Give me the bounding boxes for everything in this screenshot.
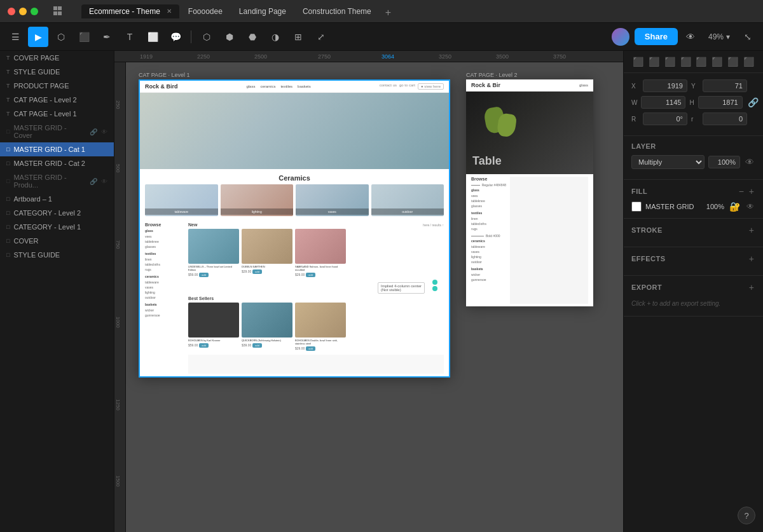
comment-tool[interactable]: 💬 [165, 27, 186, 47]
scale-icon[interactable]: ⤢ [311, 27, 331, 47]
artboard-cat1[interactable]: Rock & Bird glass ceramics textiles bask… [139, 79, 450, 378]
shape-tool[interactable]: ⬛ [74, 27, 94, 47]
assets-icon[interactable]: ⬢ [219, 27, 240, 47]
fullscreen-window-btn[interactable] [31, 8, 38, 15]
align-left-btn[interactable]: ⬛ [631, 55, 645, 69]
minimize-window-btn[interactable] [19, 8, 27, 15]
product-lindenells[interactable]: LINDENELLS – Three bowl set Limited Edit… [188, 229, 239, 277]
export-plus-btn[interactable]: + [748, 282, 755, 292]
product-boholmen-double[interactable]: BOHOLMEN Double- bowl Inner sink, stainl… [295, 303, 346, 351]
share-button[interactable]: Share [635, 28, 678, 45]
frame-tool[interactable]: ⬡ [51, 27, 71, 47]
align-top-btn[interactable]: ⬛ [678, 55, 692, 69]
grid-item-tableware[interactable]: tableware [145, 184, 218, 215]
product-boholmen[interactable]: BOHOLMEN by Karl Kramer $59.00 add [188, 303, 239, 351]
text-tool[interactable]: T [120, 27, 140, 47]
close-window-btn[interactable] [8, 8, 15, 15]
fill-minus-btn[interactable]: − [738, 186, 745, 196]
distribute-v-btn[interactable]: ⬛ [741, 55, 755, 69]
blend-mode-select[interactable]: Multiply Normal Screen Overlay [631, 155, 705, 169]
lock-icon: 🔗 [90, 178, 97, 185]
grid-item-lighting[interactable]: lighting [221, 184, 294, 215]
product-dobeln[interactable]: DÖBELN EARTHEN $29.00 add [242, 229, 292, 277]
align-center-h-btn[interactable]: ⬛ [647, 55, 661, 69]
layer-style-guide[interactable]: T STYLE GUIDE [0, 65, 114, 79]
view-btn[interactable]: ● view here [418, 83, 444, 90]
canvas-area[interactable]: 1919 2250 2500 2750 3064 3250 3500 3750 … [114, 51, 623, 532]
align-center-v-btn[interactable]: ⬛ [694, 55, 708, 69]
grid-item-vases[interactable]: vases [296, 184, 369, 215]
layout-icon[interactable]: ⊞ [288, 27, 308, 47]
image-tool[interactable]: ⬜ [142, 27, 163, 47]
layer-master-grid-produ[interactable]: □ MASTER GRID - Produ... 🔗 👁 [0, 170, 114, 192]
layer-style-guide2[interactable]: □ STYLE GUIDE [0, 248, 114, 262]
r2-input[interactable] [703, 113, 747, 125]
effects-plus-btn[interactable]: + [748, 254, 755, 264]
layer-master-grid-cover[interactable]: □ MASTER GRID - Cover 🔗 👁 [0, 121, 114, 142]
visibility-icon[interactable]: 👁 [101, 128, 107, 135]
artboard-cat2[interactable]: Rock & Bir glass Table [466, 79, 593, 306]
layer-cat-page-l1[interactable]: T CAT PAGE - Level 1 [0, 107, 114, 121]
select-tool[interactable]: ▶ [28, 27, 48, 47]
user-avatar[interactable] [612, 28, 629, 46]
y-input[interactable] [703, 79, 747, 92]
fill-vis-btn[interactable]: 🔐 [728, 201, 741, 212]
visibility-toggle[interactable]: 👁 [680, 27, 701, 47]
boolean-icon[interactable]: ◑ [265, 27, 285, 47]
zoom-control[interactable]: 49% ▾ [703, 30, 735, 44]
x-input[interactable] [643, 79, 687, 92]
pen-tool[interactable]: ✒ [97, 27, 117, 47]
fit-icon[interactable]: ⤡ [738, 27, 758, 47]
new-link[interactable]: here / results ↑ [423, 223, 444, 227]
layer-category-l1[interactable]: □ CATEGORY - Level 1 [0, 220, 114, 234]
tab-foooodee[interactable]: Foooodee [181, 4, 230, 18]
app-menu-icon[interactable] [53, 6, 64, 17]
lock-proportions-btn[interactable]: 🔗 [746, 97, 760, 107]
canvas-viewport[interactable]: CAT PAGE · Level 1 Rock & Bird glass cer… [126, 62, 623, 532]
components-icon[interactable]: ⬡ [196, 27, 217, 47]
grid-item-outdoor[interactable]: outdoor [371, 184, 444, 215]
distribute-h-btn[interactable]: ⬛ [726, 55, 740, 69]
add-to-cart-btn[interactable]: add [252, 343, 262, 348]
layer-cover-page[interactable]: T COVER PAGE [0, 51, 114, 65]
h-input[interactable] [698, 96, 743, 109]
tab-landing-page[interactable]: Landing Page [231, 4, 294, 18]
add-tab-button[interactable]: + [380, 7, 396, 18]
stroke-plus-btn[interactable]: + [748, 225, 755, 235]
product-quickborn[interactable]: QUICKBORN (Schleswig-Holstein) $39.00 ad… [242, 303, 292, 351]
tab-construction-theme[interactable]: Construction Theme [295, 4, 379, 18]
fill-eye-btn[interactable]: 👁 [745, 202, 755, 211]
align-right-btn[interactable]: ⬛ [663, 55, 677, 69]
fill-plus-btn[interactable]: + [748, 186, 755, 196]
align-bottom-btn[interactable]: ⬛ [710, 55, 724, 69]
add-to-cart-btn[interactable]: add [199, 343, 209, 348]
r-input[interactable] [643, 113, 687, 125]
layer-cover[interactable]: □ COVER [0, 234, 114, 248]
opacity-input[interactable] [708, 156, 740, 168]
product-saarland[interactable]: SAARLAND Salmon- bowl Inner hand moulded… [295, 229, 346, 277]
cart-link[interactable]: go to cart [399, 83, 415, 90]
layer-category-l2[interactable]: □ CATEGORY - Level 2 [0, 206, 114, 220]
visibility-icon[interactable]: 👁 [101, 178, 107, 185]
fill-swatch[interactable] [631, 201, 642, 212]
layer-product-page[interactable]: T PRODUCT PAGE [0, 79, 114, 93]
tab-close-icon[interactable]: ✕ [167, 8, 172, 15]
layer-master-grid-cat2[interactable]: □ MASTER GRID - Cat 2 [0, 156, 114, 170]
regular-color-row: Regular #484848 [471, 183, 506, 187]
nav-glass: glass [579, 83, 588, 87]
add-to-cart-btn[interactable]: add [252, 269, 262, 274]
menu-icon[interactable]: ☰ [5, 27, 25, 47]
best-sellers-grid: BOHOLMEN by Karl Kramer $59.00 add QUICK… [188, 303, 444, 351]
add-to-cart-btn[interactable]: add [306, 346, 315, 351]
visibility-toggle-btn[interactable]: 👁 [744, 157, 755, 167]
tab-ecommerce-theme[interactable]: Ecommerce - Theme ✕ [81, 4, 179, 18]
w-input[interactable] [641, 96, 685, 109]
layer-cat-page-l2[interactable]: T CAT PAGE - Level 2 [0, 93, 114, 107]
add-to-cart-btn[interactable]: add [199, 273, 209, 277]
layer-artboard-1[interactable]: □ Artboard – 1 [0, 192, 114, 206]
help-button[interactable]: ? [738, 507, 755, 524]
add-to-cart-btn[interactable]: add [306, 273, 315, 277]
contact-link[interactable]: contact us [380, 83, 397, 90]
layer-master-grid-cat1[interactable]: □ MASTER GRID - Cat 1 [0, 142, 114, 156]
mask-icon[interactable]: ⬣ [242, 27, 263, 47]
